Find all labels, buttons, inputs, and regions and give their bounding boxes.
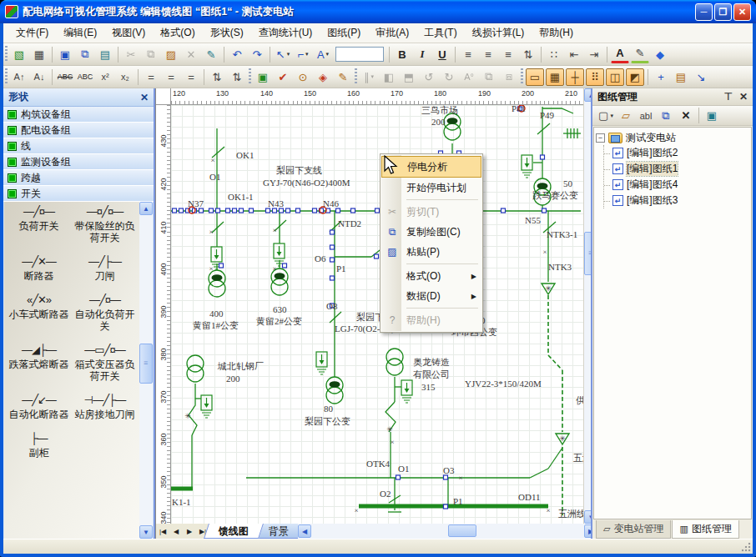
tree-node-sheet[interactable]: ↵[编辑]图纸3	[611, 193, 749, 208]
align-shapes-button[interactable]: ∥▾	[360, 68, 378, 86]
scroll-up-icon[interactable]: ▲	[139, 202, 153, 215]
menu-item-9[interactable]: 工具(T)	[416, 23, 464, 43]
collapse-icon[interactable]: −	[596, 133, 605, 143]
annotate-button[interactable]: ✎	[334, 68, 352, 86]
delete-sheet-button[interactable]: ✕	[677, 107, 695, 124]
diagram-shape[interactable]	[275, 273, 285, 279]
copy-sheet-button[interactable]: ⧉	[657, 107, 675, 124]
selection-handle[interactable]	[351, 208, 355, 213]
scroll-left-icon[interactable]: ◀	[298, 524, 311, 538]
connection-x-mark[interactable]: ×	[209, 228, 213, 236]
feeder-diagram[interactable]: ✳✳✳✳××××××××××三鸟市场200P41P49OK1O1OK1-1N37…	[171, 105, 583, 524]
selection-handle[interactable]	[283, 263, 287, 268]
selection-handle[interactable]	[330, 230, 335, 234]
rotate-text-button[interactable]: A°	[460, 68, 478, 86]
diagram-shape[interactable]	[402, 398, 411, 403]
bullets-button[interactable]: ∷	[545, 46, 563, 63]
transformer-symbol[interactable]	[326, 377, 343, 404]
first-sheet-button[interactable]: |◀	[156, 524, 169, 539]
dropdown-arrow-icon[interactable]: ▾	[326, 51, 330, 58]
export-sheet-button[interactable]: ▣	[703, 107, 721, 124]
flip-horizontal-button[interactable]: ◧	[380, 68, 398, 86]
delta-terminator-symbol[interactable]: ✳	[542, 284, 555, 294]
ruler-toggle-button[interactable]: ▭	[526, 68, 544, 86]
shape-category-4[interactable]: 监测设备组	[3, 154, 154, 170]
diagram-shape[interactable]	[447, 118, 458, 124]
transformer-symbol[interactable]	[386, 349, 403, 375]
color-scheme-toggle-button[interactable]: ◩	[626, 68, 644, 86]
selection-handle[interactable]	[199, 208, 204, 213]
superscript-button[interactable]: x²	[96, 68, 114, 86]
toolbar-grip[interactable]	[521, 68, 523, 85]
pan-zoom-button[interactable]: +	[652, 68, 670, 86]
vertical-align-button[interactable]: ⇅	[519, 46, 537, 63]
bold-button[interactable]: B	[393, 46, 411, 63]
selection-star-mark[interactable]: ✳	[184, 412, 191, 420]
selection-handle[interactable]	[330, 258, 335, 262]
connection-x-mark[interactable]: ×	[272, 226, 276, 234]
tree-node-sheet[interactable]: ↵[编辑]图纸4	[611, 177, 749, 193]
rename-sheet-button[interactable]: abl	[637, 107, 655, 124]
selection-handle[interactable]	[219, 263, 224, 268]
line-spacing-1-button[interactable]: =	[142, 68, 160, 86]
menu-item-3[interactable]: 视图(V)	[104, 23, 153, 43]
selection-handle[interactable]	[444, 504, 448, 509]
subscript-button[interactable]: x₂	[116, 68, 134, 86]
diagram-shape[interactable]	[525, 163, 530, 168]
diagram-shape[interactable]	[202, 413, 211, 418]
selection-handle[interactable]	[330, 245, 335, 249]
diagram-shape[interactable]	[187, 365, 204, 382]
new-drawing-button[interactable]: ▧	[10, 46, 28, 63]
context-menu-item[interactable]: 开始停电计划	[381, 178, 481, 198]
diagram-shape[interactable]	[522, 173, 532, 178]
undo-button[interactable]: ↶	[228, 46, 246, 63]
toolbar-grip[interactable]	[249, 68, 251, 85]
space-before-button[interactable]: ⇅	[208, 68, 226, 86]
diagram-shape[interactable]: ✳	[559, 434, 566, 443]
menu-item-1[interactable]: 文件(F)	[8, 23, 56, 43]
shape-item[interactable]: —╱✕—断路器	[6, 255, 72, 282]
diagram-shape[interactable]	[320, 360, 325, 364]
page-breaks-toggle-button[interactable]: ◫	[606, 68, 624, 86]
break-x-mark[interactable]: ×	[542, 248, 547, 256]
selection-handle[interactable]	[375, 254, 379, 258]
toolbar-grip[interactable]	[355, 68, 357, 85]
menu-item-8[interactable]: 审批(A)	[368, 23, 416, 43]
resize-grip[interactable]	[741, 542, 751, 552]
menu-item-5[interactable]: 形状(S)	[203, 23, 251, 43]
context-menu-item[interactable]: ✂剪切(T)	[381, 202, 481, 222]
diagram-shape[interactable]	[330, 381, 340, 388]
new-sheet-button[interactable]: ▢▾	[597, 107, 615, 124]
menu-item-6[interactable]: 查询统计(U)	[251, 23, 320, 43]
context-menu-item[interactable]: 格式(O)▶	[381, 266, 481, 286]
selection-handle[interactable]	[501, 208, 506, 213]
selection-handle[interactable]	[266, 208, 270, 213]
rotate-right-button[interactable]: ↻	[440, 68, 458, 86]
diagram-shape[interactable]	[187, 355, 204, 372]
shrink-font-button[interactable]: A↓	[30, 68, 48, 86]
format-painter-button[interactable]: ✎	[202, 46, 220, 63]
diagram-shape[interactable]	[405, 389, 410, 393]
selection-handle[interactable]	[375, 208, 380, 213]
diagram-shape[interactable]	[386, 349, 403, 365]
align-left-button[interactable]: ≡	[459, 46, 477, 63]
connection-points-toggle-button[interactable]: ⠿	[586, 68, 604, 86]
feeder-line[interactable]	[212, 222, 224, 233]
diagram-shape[interactable]	[271, 278, 288, 295]
connection-x-mark[interactable]: ×	[272, 264, 276, 273]
indent-button[interactable]: ⇥	[585, 46, 603, 63]
sheet-tab-1[interactable]: 馈线图	[204, 524, 264, 539]
break-x-mark[interactable]: ×	[210, 156, 214, 164]
shape-item[interactable]: —╱¤—负荷开关	[6, 205, 72, 243]
break-x-mark[interactable]: ×	[390, 438, 394, 446]
toolbar-grip[interactable]	[5, 68, 8, 85]
cad-table-button[interactable]: ▦	[30, 46, 48, 63]
shape-item[interactable]: ⊣—╱├—站房接地刀闸	[72, 394, 138, 420]
selection-handle[interactable]	[313, 208, 317, 213]
tree-node-sheet[interactable]: ↵[编辑]图纸2	[611, 145, 749, 161]
diagram-shape[interactable]	[204, 404, 209, 408]
stamp-button[interactable]: ◈	[314, 68, 332, 86]
panel-tab-2[interactable]: ▥图纸管理	[672, 520, 738, 539]
selection-handle[interactable]	[233, 208, 237, 213]
panel-tab-1[interactable]: ▱变电站管理	[596, 520, 671, 539]
